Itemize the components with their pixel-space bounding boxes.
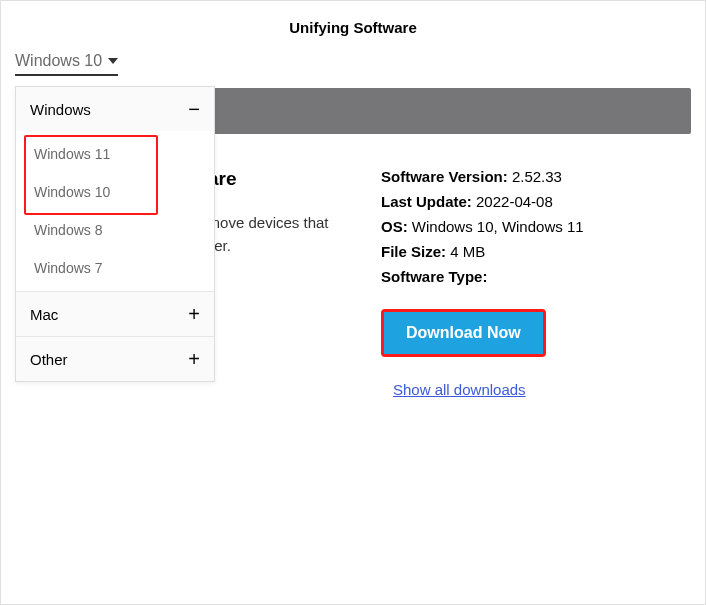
os-group-other[interactable]: Other +	[16, 336, 214, 381]
meta-last-update-label: Last Update:	[381, 193, 472, 210]
meta-file-size-value: 4 MB	[450, 243, 485, 260]
download-highlight: Download Now	[381, 309, 546, 357]
meta-version: Software Version: 2.52.33	[381, 168, 641, 185]
meta-os: OS: Windows 10, Windows 11	[381, 218, 641, 235]
os-option-windows-11[interactable]: Windows 11	[24, 135, 206, 173]
plus-icon: +	[188, 349, 200, 369]
minus-icon: −	[188, 99, 200, 119]
os-panel: Windows − Windows 11 Windows 10 Windows …	[15, 86, 215, 382]
os-option-windows-10[interactable]: Windows 10	[24, 173, 206, 211]
os-selector-label: Windows 10	[15, 52, 102, 70]
meta-os-value: Windows 10, Windows 11	[412, 218, 584, 235]
meta-file-size: File Size: 4 MB	[381, 243, 641, 260]
meta-software-type-label: Software Type:	[381, 268, 487, 285]
meta-last-update: Last Update: 2022-04-08	[381, 193, 641, 210]
os-option-windows-8[interactable]: Windows 8	[24, 211, 206, 249]
meta-last-update-value: 2022-04-08	[476, 193, 553, 210]
os-selector[interactable]: Windows 10	[15, 48, 118, 76]
meta-version-value: 2.52.33	[512, 168, 562, 185]
meta-os-label: OS:	[381, 218, 408, 235]
os-group-windows[interactable]: Windows −	[16, 87, 214, 131]
os-group-mac[interactable]: Mac +	[16, 291, 214, 336]
os-group-label: Mac	[30, 306, 58, 323]
os-group-label: Windows	[30, 101, 91, 118]
show-all-downloads-link[interactable]: Show all downloads	[393, 381, 526, 398]
meta-version-label: Software Version:	[381, 168, 508, 185]
meta-software-type: Software Type:	[381, 268, 641, 285]
os-sublist-windows: Windows 11 Windows 10 Windows 8 Windows …	[16, 131, 214, 291]
page-title: Unifying Software	[1, 1, 705, 48]
meta-file-size-label: File Size:	[381, 243, 446, 260]
os-option-windows-7[interactable]: Windows 7	[24, 249, 206, 287]
download-button[interactable]: Download Now	[384, 312, 543, 354]
os-group-label: Other	[30, 351, 68, 368]
plus-icon: +	[188, 304, 200, 324]
chevron-down-icon	[108, 58, 118, 64]
